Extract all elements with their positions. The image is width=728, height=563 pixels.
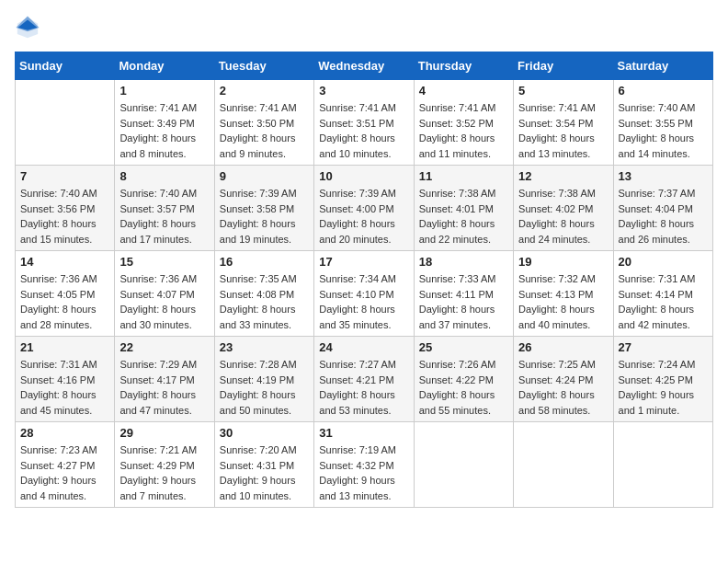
calendar-cell: 19Sunrise: 7:32 AM Sunset: 4:13 PM Dayli…: [514, 251, 613, 337]
day-number: 11: [419, 169, 508, 183]
calendar-cell: 31Sunrise: 7:19 AM Sunset: 4:32 PM Dayli…: [314, 422, 414, 508]
day-info: Sunrise: 7:36 AM Sunset: 4:07 PM Dayligh…: [119, 271, 209, 332]
calendar-cell: 5Sunrise: 7:41 AM Sunset: 3:54 PM Daylig…: [514, 80, 613, 166]
day-number: 10: [319, 169, 408, 183]
day-number: 20: [619, 255, 708, 269]
calendar-week-row: 28Sunrise: 7:23 AM Sunset: 4:27 PM Dayli…: [16, 422, 713, 508]
day-of-week-header: Wednesday: [314, 52, 414, 80]
calendar-week-row: 21Sunrise: 7:31 AM Sunset: 4:16 PM Dayli…: [16, 337, 713, 422]
day-info: Sunrise: 7:40 AM Sunset: 3:57 PM Dayligh…: [119, 186, 209, 247]
calendar-week-row: 1Sunrise: 7:41 AM Sunset: 3:49 PM Daylig…: [16, 80, 713, 166]
day-info: Sunrise: 7:31 AM Sunset: 4:14 PM Dayligh…: [619, 271, 708, 332]
day-number: 27: [619, 340, 708, 354]
day-number: 15: [119, 255, 209, 269]
calendar-cell: 10Sunrise: 7:39 AM Sunset: 4:00 PM Dayli…: [314, 166, 414, 251]
calendar-cell: 14Sunrise: 7:36 AM Sunset: 4:05 PM Dayli…: [16, 251, 115, 337]
calendar-week-row: 14Sunrise: 7:36 AM Sunset: 4:05 PM Dayli…: [16, 251, 713, 337]
day-of-week-header: Sunday: [16, 52, 115, 80]
calendar-cell: 20Sunrise: 7:31 AM Sunset: 4:14 PM Dayli…: [613, 251, 712, 337]
calendar-cell: 1Sunrise: 7:41 AM Sunset: 3:49 PM Daylig…: [115, 80, 214, 166]
calendar-cell: 27Sunrise: 7:24 AM Sunset: 4:25 PM Dayli…: [613, 337, 712, 422]
calendar-cell: 24Sunrise: 7:27 AM Sunset: 4:21 PM Dayli…: [314, 337, 414, 422]
day-number: 9: [220, 169, 309, 183]
calendar-cell: 9Sunrise: 7:39 AM Sunset: 3:58 PM Daylig…: [214, 166, 313, 251]
calendar-cell: [514, 422, 613, 508]
day-info: Sunrise: 7:38 AM Sunset: 4:01 PM Dayligh…: [419, 186, 508, 247]
logo: [15, 15, 44, 40]
calendar-cell: 30Sunrise: 7:20 AM Sunset: 4:31 PM Dayli…: [214, 422, 313, 508]
day-info: Sunrise: 7:37 AM Sunset: 4:04 PM Dayligh…: [619, 186, 708, 247]
logo-icon: [15, 15, 40, 40]
page-header: [15, 15, 713, 40]
calendar-week-row: 7Sunrise: 7:40 AM Sunset: 3:56 PM Daylig…: [16, 166, 713, 251]
day-info: Sunrise: 7:39 AM Sunset: 3:58 PM Dayligh…: [220, 186, 309, 247]
day-number: 14: [20, 255, 109, 269]
day-number: 21: [20, 340, 109, 354]
day-number: 5: [518, 84, 608, 98]
calendar-cell: [613, 422, 712, 508]
day-info: Sunrise: 7:31 AM Sunset: 4:16 PM Dayligh…: [20, 357, 109, 418]
day-info: Sunrise: 7:19 AM Sunset: 4:32 PM Dayligh…: [319, 442, 408, 503]
day-number: 1: [119, 84, 209, 98]
calendar-cell: 12Sunrise: 7:38 AM Sunset: 4:02 PM Dayli…: [514, 166, 613, 251]
calendar-cell: 22Sunrise: 7:29 AM Sunset: 4:17 PM Dayli…: [115, 337, 214, 422]
calendar-cell: [414, 422, 513, 508]
calendar-cell: [16, 80, 115, 166]
day-number: 3: [319, 84, 408, 98]
day-number: 8: [119, 169, 209, 183]
calendar-cell: 18Sunrise: 7:33 AM Sunset: 4:11 PM Dayli…: [414, 251, 513, 337]
calendar-cell: 11Sunrise: 7:38 AM Sunset: 4:01 PM Dayli…: [414, 166, 513, 251]
day-number: 19: [518, 255, 608, 269]
day-number: 25: [419, 340, 508, 354]
day-info: Sunrise: 7:25 AM Sunset: 4:24 PM Dayligh…: [518, 357, 608, 418]
day-info: Sunrise: 7:21 AM Sunset: 4:29 PM Dayligh…: [119, 442, 209, 503]
day-of-week-header: Monday: [115, 52, 214, 80]
day-of-week-header: Friday: [514, 52, 613, 80]
day-info: Sunrise: 7:41 AM Sunset: 3:50 PM Dayligh…: [220, 100, 309, 161]
day-number: 18: [419, 255, 508, 269]
day-number: 29: [119, 426, 209, 440]
day-info: Sunrise: 7:23 AM Sunset: 4:27 PM Dayligh…: [20, 442, 109, 503]
calendar-table: SundayMondayTuesdayWednesdayThursdayFrid…: [15, 52, 713, 508]
day-number: 30: [220, 426, 309, 440]
calendar-cell: 13Sunrise: 7:37 AM Sunset: 4:04 PM Dayli…: [613, 166, 712, 251]
day-info: Sunrise: 7:26 AM Sunset: 4:22 PM Dayligh…: [419, 357, 508, 418]
day-number: 17: [319, 255, 408, 269]
calendar-cell: 3Sunrise: 7:41 AM Sunset: 3:51 PM Daylig…: [314, 80, 414, 166]
day-info: Sunrise: 7:35 AM Sunset: 4:08 PM Dayligh…: [220, 271, 309, 332]
calendar-cell: 17Sunrise: 7:34 AM Sunset: 4:10 PM Dayli…: [314, 251, 414, 337]
calendar-cell: 25Sunrise: 7:26 AM Sunset: 4:22 PM Dayli…: [414, 337, 513, 422]
day-of-week-header: Saturday: [613, 52, 712, 80]
day-number: 4: [419, 84, 508, 98]
day-info: Sunrise: 7:41 AM Sunset: 3:49 PM Dayligh…: [119, 100, 209, 161]
day-number: 6: [619, 84, 708, 98]
day-info: Sunrise: 7:39 AM Sunset: 4:00 PM Dayligh…: [319, 186, 408, 247]
calendar-cell: 6Sunrise: 7:40 AM Sunset: 3:55 PM Daylig…: [613, 80, 712, 166]
day-info: Sunrise: 7:34 AM Sunset: 4:10 PM Dayligh…: [319, 271, 408, 332]
calendar-cell: 2Sunrise: 7:41 AM Sunset: 3:50 PM Daylig…: [214, 80, 313, 166]
day-number: 12: [518, 169, 608, 183]
calendar-cell: 7Sunrise: 7:40 AM Sunset: 3:56 PM Daylig…: [16, 166, 115, 251]
day-number: 28: [20, 426, 109, 440]
day-number: 13: [619, 169, 708, 183]
day-info: Sunrise: 7:28 AM Sunset: 4:19 PM Dayligh…: [220, 357, 309, 418]
day-info: Sunrise: 7:36 AM Sunset: 4:05 PM Dayligh…: [20, 271, 109, 332]
day-info: Sunrise: 7:40 AM Sunset: 3:56 PM Dayligh…: [20, 186, 109, 247]
calendar-cell: 4Sunrise: 7:41 AM Sunset: 3:52 PM Daylig…: [414, 80, 513, 166]
day-info: Sunrise: 7:38 AM Sunset: 4:02 PM Dayligh…: [518, 186, 608, 247]
calendar-cell: 29Sunrise: 7:21 AM Sunset: 4:29 PM Dayli…: [115, 422, 214, 508]
day-info: Sunrise: 7:29 AM Sunset: 4:17 PM Dayligh…: [119, 357, 209, 418]
calendar-cell: 16Sunrise: 7:35 AM Sunset: 4:08 PM Dayli…: [214, 251, 313, 337]
day-number: 24: [319, 340, 408, 354]
day-info: Sunrise: 7:27 AM Sunset: 4:21 PM Dayligh…: [319, 357, 408, 418]
day-number: 26: [518, 340, 608, 354]
calendar-cell: 21Sunrise: 7:31 AM Sunset: 4:16 PM Dayli…: [16, 337, 115, 422]
calendar-cell: 26Sunrise: 7:25 AM Sunset: 4:24 PM Dayli…: [514, 337, 613, 422]
day-info: Sunrise: 7:41 AM Sunset: 3:52 PM Dayligh…: [419, 100, 508, 161]
day-info: Sunrise: 7:20 AM Sunset: 4:31 PM Dayligh…: [220, 442, 309, 503]
day-number: 7: [20, 169, 109, 183]
day-of-week-header: Tuesday: [214, 52, 313, 80]
calendar-cell: 23Sunrise: 7:28 AM Sunset: 4:19 PM Dayli…: [214, 337, 313, 422]
day-number: 23: [220, 340, 309, 354]
calendar-cell: 8Sunrise: 7:40 AM Sunset: 3:57 PM Daylig…: [115, 166, 214, 251]
